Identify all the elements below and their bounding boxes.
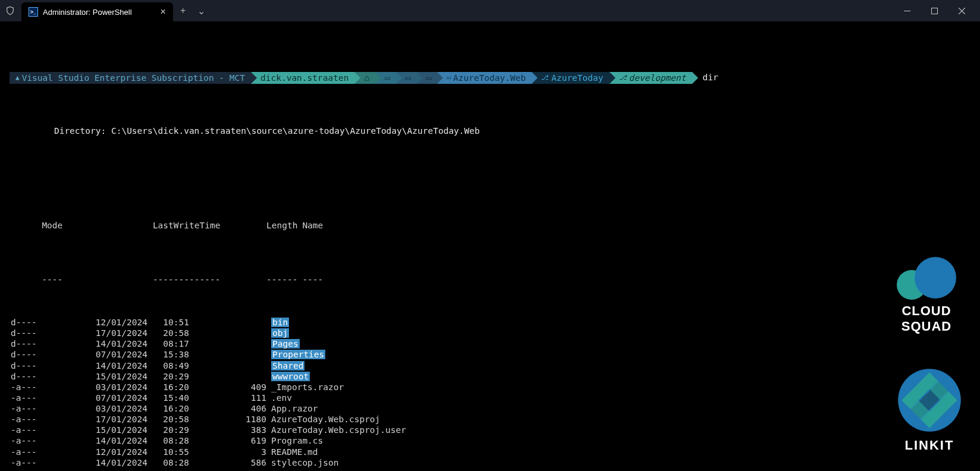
cell-mode: -a--- [11,392,82,403]
svg-rect-1 [931,8,937,14]
cell-name: Shared [266,360,304,371]
table-row: d----15/01/202420:29wwwroot [11,371,970,382]
window-controls [893,1,975,20]
cell-date: 14/01/2024 [82,338,147,349]
cell-length: 409 [189,382,266,392]
terminal-content[interactable]: ▲Visual Studio Enterprise Subscription -… [0,21,980,471]
cell-length: 3 [189,447,266,457]
header-length: Length [220,220,297,231]
linkit-logo [897,368,962,433]
prompt-line-1: ▲Visual Studio Enterprise Subscription -… [10,72,970,84]
segment-azure-sub: ▲Visual Studio Enterprise Subscription -… [10,72,251,84]
directory-name: obj [271,328,289,338]
cell-date: 07/01/2024 [82,392,147,403]
close-window-button[interactable] [948,1,975,20]
tab-dropdown-icon[interactable]: ⌄ [193,5,210,17]
cell-date: 07/01/2024 [82,349,147,360]
cell-length: 586 [189,457,266,468]
cell-name: wwwroot [266,371,310,382]
directory-header: Directory: C:\Users\dick.van.straaten\so… [33,125,970,136]
segment-user: dick.van.straaten [251,72,354,84]
cell-mode: -a--- [11,403,82,414]
cell-name: Program.cs [266,435,323,446]
header-mode: Mode [42,220,113,231]
cell-mode: d---- [11,317,82,328]
cell-name: _Imports.razor [266,382,344,392]
segment-repo: ⎇AzureToday [532,72,609,84]
cell-length: 111 [189,392,266,403]
new-tab-button[interactable]: + [175,5,190,16]
close-tab-icon[interactable]: × [161,7,166,17]
active-tab[interactable]: >_ Administrator: PowerShell × [21,2,173,21]
powershell-icon: >_ [29,7,38,17]
cell-name: AzureToday.Web.csproj.user [266,425,406,435]
cell-length: 619 [189,435,266,446]
table-row: d----17/01/202420:58obj [11,328,970,338]
cell-time: 10:55 [147,447,189,457]
cell-time: 08:28 [147,435,189,446]
tab-title: Administrator: PowerShell [43,8,132,17]
directory-name: bin [271,318,289,327]
minimize-button[interactable] [893,1,921,20]
cell-mode: -a--- [11,457,82,468]
svg-rect-0 [904,11,910,11]
cell-date: 03/01/2024 [82,382,147,392]
cell-time: 08:49 [147,360,189,371]
table-row: d----14/01/202408:17Pages [11,338,970,349]
table-row: d----12/01/202410:51bin [11,317,970,328]
azure-icon: ▲ [15,72,20,84]
segment-branch: ⎇development [610,72,692,84]
table-row: -a---17/01/202420:581180AzureToday.Web.c… [11,414,970,425]
cell-length: 1180 [189,414,266,425]
header-lastwritetime: LastWriteTime [113,220,220,231]
cell-mode: -a--- [11,425,82,435]
window-titlebar: >_ Administrator: PowerShell × + ⌄ [0,0,980,21]
cell-mode: d---- [11,338,82,349]
cell-date: 12/01/2024 [82,317,147,328]
cell-time: 15:38 [147,349,189,360]
cell-time: 08:28 [147,457,189,468]
cell-mode: d---- [11,360,82,371]
cell-mode: -a--- [11,382,82,392]
maximize-button[interactable] [921,1,948,20]
segment-project: ▭AzureToday.Web [437,72,532,84]
titlebar-left: >_ Administrator: PowerShell × + ⌄ [5,0,210,21]
cell-time: 10:51 [147,317,189,328]
cell-date: 14/01/2024 [82,457,147,468]
header-name: Name [297,220,323,231]
cell-mode: -a--- [11,435,82,446]
cell-mode: d---- [11,371,82,382]
cell-time: 16:20 [147,403,189,414]
table-row: -a---15/01/202420:29383AzureToday.Web.cs… [11,425,970,435]
cell-time: 20:29 [147,425,189,435]
cell-time: 20:29 [147,371,189,382]
cell-name: Pages [266,338,300,349]
table-row: -a---12/01/202410:553README.md [11,447,970,457]
directory-name: Pages [271,339,300,348]
shield-icon [5,5,15,16]
cell-name: Properties [266,349,325,360]
cell-date: 14/01/2024 [82,360,147,371]
folder-icon: ▭ [447,72,451,84]
cell-date: 15/01/2024 [82,371,147,382]
table-row: -a---03/01/202416:20409_Imports.razor [11,382,970,392]
table-row: -a---14/01/202408:28619Program.cs [11,435,970,446]
linkit-watermark: LINKIT [897,368,962,453]
cloud-squad-logo [891,252,962,300]
cell-mode: -a--- [11,447,82,457]
table-row: d----14/01/202408:49Shared [11,360,970,371]
cell-name: bin [266,317,289,328]
table-row: -a---14/01/202408:28586stylecop.json [11,457,970,468]
cell-date: 14/01/2024 [82,435,147,446]
cell-date: 17/01/2024 [82,328,147,338]
cell-time: 08:17 [147,338,189,349]
directory-name: wwwroot [271,372,310,381]
cloud-squad-watermark: CLOUD SQUAD [891,252,962,334]
cell-date: 12/01/2024 [82,447,147,457]
directory-listing: ModeLastWriteTimeLengthName ------------… [11,188,970,472]
cell-mode: d---- [11,328,82,338]
directory-name: Shared [271,361,304,370]
cell-date: 03/01/2024 [82,403,147,414]
cell-mode: d---- [11,349,82,360]
cell-date: 15/01/2024 [82,425,147,435]
